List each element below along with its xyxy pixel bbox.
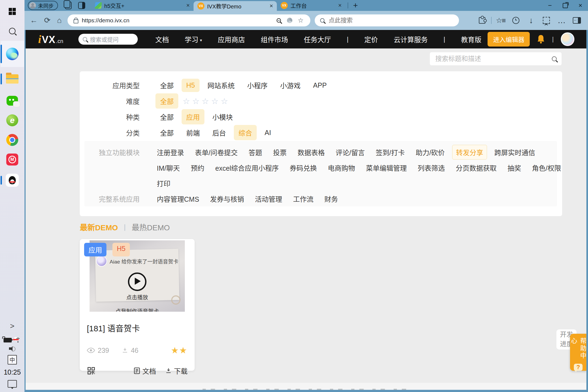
site-nav-search[interactable]: 搜索或提问 [78, 34, 138, 45]
filter-option[interactable]: 小模块 [208, 109, 237, 124]
taskbar-item-qq[interactable] [1, 169, 24, 191]
module-tag[interactable]: 菜单编辑管理 [362, 161, 410, 175]
module-tag[interactable]: 表单/问卷提交 [191, 145, 241, 159]
ivx-logo[interactable]: i VX .cn [38, 33, 63, 46]
browser-profile-button[interactable]: 未同步 [28, 1, 58, 10]
start-button[interactable] [1, 2, 24, 21]
tab-close-icon[interactable]: × [337, 2, 343, 9]
module-tag[interactable]: 投票 [270, 145, 290, 159]
make-card-link[interactable]: 点我制作语音贺卡 [90, 307, 185, 312]
taskbar-item-file-explorer[interactable] [1, 67, 24, 91]
module-tag[interactable]: 评论/留言 [332, 145, 368, 159]
play-icon[interactable] [128, 272, 146, 291]
module-tag[interactable]: 角色/权限 [528, 161, 565, 175]
extensions-icon[interactable] [476, 14, 488, 27]
filter-option-active[interactable]: H5 [182, 79, 200, 92]
nav-link-app-store[interactable]: 应用商店 [218, 34, 245, 44]
back-button[interactable]: ← [27, 17, 41, 24]
history-icon[interactable] [510, 14, 522, 27]
module-tag[interactable]: 财务 [321, 192, 342, 206]
filter-option[interactable]: 全部 [155, 78, 178, 93]
zoom-out-icon[interactable] [273, 18, 284, 23]
difficulty-stars[interactable]: ☆☆☆☆☆ [183, 96, 230, 106]
taskbar-item-360-browser[interactable]: e [1, 111, 24, 130]
filter-option-active[interactable]: 全部 [155, 93, 178, 109]
tab-latest-demo[interactable]: 最新DEMO [80, 222, 118, 232]
module-tag[interactable]: 工作流 [290, 192, 317, 206]
ime-indicator[interactable]: 中 [8, 355, 17, 365]
search-icon[interactable] [552, 56, 557, 61]
web-capture-icon[interactable] [540, 14, 553, 27]
volume-icon[interactable] [9, 346, 16, 351]
nav-link-cloud[interactable]: 云计算服务 [394, 34, 428, 44]
help-center-button[interactable]: 帮助中心 ? [570, 334, 586, 371]
browser-tab-3[interactable]: VX 工作台 × [277, 0, 345, 11]
module-tag[interactable]: 注册登录 [153, 145, 188, 159]
module-tag[interactable]: 打印 [153, 176, 174, 190]
module-tag[interactable]: excel综合应用小程序 [212, 161, 282, 175]
module-tag[interactable]: 助力/砍价 [412, 145, 448, 159]
more-menu-icon[interactable]: … [555, 14, 568, 27]
module-tag[interactable]: 内容管理CMS [153, 192, 203, 206]
wifi-icon[interactable] [15, 338, 21, 342]
tray-expand-chevron[interactable]: > [10, 322, 14, 330]
enter-editor-button[interactable]: 进入编辑器 [488, 32, 530, 47]
doc-link[interactable]: 文档 [134, 366, 156, 376]
module-tag[interactable]: 跨屏实时通信 [491, 145, 539, 159]
browser-search-box[interactable] [315, 14, 459, 26]
minimize-button[interactable]: − [542, 0, 558, 11]
filter-option[interactable]: 小游戏 [275, 78, 305, 93]
browser-search-input[interactable] [328, 17, 454, 24]
taskbar-item-wechat[interactable] [1, 91, 24, 111]
filter-option[interactable]: AI [260, 126, 276, 139]
taskbar-clock[interactable]: 10:25 [4, 368, 21, 376]
taskbar-search-button[interactable] [1, 21, 24, 41]
nav-link-component-market[interactable]: 组件市场 [261, 34, 288, 44]
module-tag-active[interactable]: 转发分享 [452, 145, 487, 160]
nav-link-pricing[interactable]: 定价 [364, 34, 378, 44]
filter-option[interactable]: 网站系统 [203, 78, 239, 93]
taskbar-item-red-app[interactable]: M [1, 150, 24, 169]
demo-card[interactable]: 应用 H5 Aiae 给你发来了一封语音贺卡 点击播放 点我制作语音贺卡 [18… [80, 239, 195, 371]
copilot-swirl-icon[interactable] [284, 18, 295, 23]
bell-icon[interactable] [537, 35, 545, 44]
module-tag[interactable]: IM/聊天 [153, 161, 183, 175]
qr-code-icon[interactable] [87, 366, 96, 375]
module-tag[interactable]: 列表筛选 [414, 161, 448, 175]
workspaces-icon[interactable] [65, 2, 72, 9]
browser-tab-2-active[interactable]: VX IVX教学Demo × [194, 1, 277, 11]
close-window-button[interactable]: × [573, 0, 588, 11]
user-avatar[interactable] [561, 32, 574, 46]
nav-link-education[interactable]: 教育版 [461, 34, 482, 44]
tab-hottest-demo[interactable]: 最热DEMO [132, 222, 170, 232]
module-tag[interactable]: 签到/打卡 [372, 145, 408, 159]
home-button[interactable]: ⌂ [54, 17, 65, 24]
filter-option[interactable]: 前端 [182, 125, 204, 140]
nav-link-learn[interactable]: 学习▾ [185, 34, 202, 44]
page-search-input[interactable] [435, 55, 552, 63]
browser-tab-1[interactable]: h5交互+ × [91, 0, 194, 11]
module-tag[interactable]: 发券与核销 [207, 192, 248, 206]
module-tag[interactable]: 券码兑换 [286, 161, 320, 175]
tab-close-icon[interactable]: × [185, 2, 191, 9]
nav-link-docs[interactable]: 文档 [155, 34, 169, 44]
tab-close-icon[interactable]: × [268, 2, 274, 10]
tab-actions-icon[interactable] [78, 2, 85, 9]
battery-icon[interactable] [4, 338, 12, 342]
module-tag[interactable]: 数据表格 [294, 145, 328, 159]
module-tag[interactable]: 抽奖 [504, 161, 525, 175]
demo-title[interactable]: [181] 语音贺卡 [87, 322, 188, 334]
module-tag[interactable]: 预约 [187, 161, 208, 175]
filter-option-active[interactable]: 综合 [234, 125, 257, 140]
filter-option[interactable]: 全部 [155, 109, 178, 124]
filter-option-active[interactable]: 应用 [182, 109, 204, 124]
filter-option[interactable]: APP [308, 79, 331, 92]
filter-option[interactable]: 后台 [208, 125, 231, 140]
address-bar[interactable]: ☆ [68, 14, 310, 26]
notification-center-icon[interactable] [8, 380, 17, 388]
sidebar-toggle-icon[interactable] [571, 14, 583, 27]
page-search-box[interactable] [430, 52, 562, 65]
url-input[interactable] [81, 17, 273, 24]
maximize-button[interactable] [558, 0, 573, 11]
downloads-icon[interactable]: ↓ [525, 14, 537, 27]
